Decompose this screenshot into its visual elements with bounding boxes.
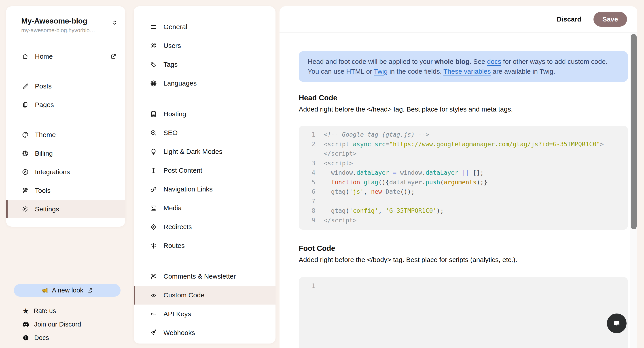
code-line: 3<script> [299, 158, 621, 168]
users-icon [150, 42, 157, 50]
text-token: whole blog [434, 58, 470, 65]
pages-icon [22, 101, 29, 108]
nav-item-label: Redirects [164, 223, 192, 231]
settings-nav-item-routes[interactable]: Routes [134, 236, 276, 255]
rate-us-link[interactable]: ★ Rate us [22, 304, 81, 317]
nav-item-label: API Keys [164, 310, 191, 318]
text-token [324, 179, 331, 186]
discard-button[interactable]: Discard [557, 16, 582, 23]
text-token: function [331, 179, 360, 186]
text-token: push [426, 179, 440, 186]
text-token: . [422, 169, 426, 176]
settings-nav-item-seo[interactable]: SEO [134, 123, 276, 142]
head-code-title: Head Code [299, 94, 609, 102]
external-link-icon [110, 53, 117, 60]
text-token: arguments [444, 179, 476, 186]
sidebar-item-label: Integrations [35, 168, 70, 176]
text-token: window [331, 169, 353, 176]
sidebar-item-label: Tools [35, 187, 50, 194]
sidebar-item-posts[interactable]: Posts [6, 77, 125, 95]
code-text: gtag('js', new Date()); [324, 187, 414, 197]
foot-code-editor[interactable]: 1 [299, 277, 628, 348]
settings-nav-item-tags[interactable]: Tags [134, 55, 276, 74]
discord-link[interactable]: Join our Discord [22, 317, 81, 331]
text-token: = [386, 141, 389, 147]
save-button[interactable]: Save [594, 12, 627, 27]
text-token [349, 141, 353, 147]
text-token [389, 169, 393, 176]
line-number: 3 [299, 158, 315, 168]
text-token: gtag [331, 188, 346, 195]
nav-item-label: Tags [164, 61, 178, 68]
text-token [324, 169, 331, 176]
sidebar-item-settings[interactable]: Settings [6, 200, 125, 218]
code-line: 1 [299, 281, 621, 291]
blog-domain: my-awesome-blog.hyvorblo… [21, 27, 95, 34]
settings-nav-item-navigation-links[interactable]: Navigation Links [134, 180, 276, 199]
sidebar-item-label: Theme [35, 131, 56, 139]
sidebar-item-pages[interactable]: Pages [6, 95, 125, 114]
settings-nav-item-post-content[interactable]: Post Content [134, 161, 276, 180]
code-line: 7 [299, 197, 621, 206]
code-text: <script async src="https://www.googletag… [324, 139, 604, 158]
text-token: (){ [378, 179, 389, 186]
settings-nav-item-hosting[interactable]: Hosting [134, 105, 276, 123]
link-icon [150, 186, 157, 193]
code-line: 2<script async src="https://www.googleta… [299, 139, 621, 158]
settings-nav-item-redirects[interactable]: Redirects [134, 218, 276, 236]
text-token: ( [346, 188, 349, 195]
scrollbar-track[interactable] [630, 33, 637, 348]
external-link-icon [87, 287, 93, 294]
settings-nav-item-comments-newsletter[interactable]: Comments & Newsletter [134, 267, 276, 286]
settings-nav-item-custom-code[interactable]: Custom Code [134, 286, 276, 304]
docs-link[interactable]: Docs [22, 331, 81, 344]
footer-link-label: Join our Discord [34, 321, 81, 328]
notice-link[interactable]: These variables [444, 68, 491, 75]
nav-item-label: Light & Dark Modes [164, 148, 222, 155]
text-token [371, 141, 374, 147]
foot-code-title: Foot Code [299, 244, 609, 253]
settings-nav-item-light-dark-modes[interactable]: Light & Dark Modes [134, 142, 276, 161]
text-cursor-icon [150, 167, 157, 174]
code-text: function gtag(){dataLayer.push(arguments… [324, 178, 488, 187]
sidebar-item-theme[interactable]: Theme [6, 125, 125, 144]
database-icon [150, 110, 157, 118]
sidebar-item-billing[interactable]: $ Billing [6, 144, 125, 162]
text-token [382, 188, 386, 195]
settings-nav-item-languages[interactable]: Languages [134, 74, 276, 93]
new-look-banner[interactable]: A new look [14, 284, 120, 297]
text-token: new [371, 188, 382, 195]
blog-switcher[interactable]: My-Awesome-blog my-awesome-blog.hyvorblo… [6, 6, 125, 34]
settings-nav-item-general[interactable]: General [134, 18, 276, 36]
globe-icon [150, 80, 157, 87]
info-banner: Head and foot code will be applied to yo… [299, 51, 628, 82]
signpost-icon [150, 242, 157, 249]
settings-nav-item-media[interactable]: Media [134, 199, 276, 218]
text-token: , [364, 188, 371, 195]
scrollbar-thumb[interactable] [631, 34, 636, 229]
line-number: 8 [299, 206, 315, 216]
notice-link[interactable]: docs [487, 58, 501, 65]
blog-name: My-Awesome-blog [21, 17, 95, 25]
text-token: ( [440, 179, 444, 186]
star-icon: ★ [22, 307, 29, 315]
text-token: = [393, 169, 396, 176]
blog-selector-icon[interactable] [111, 19, 118, 27]
settings-nav-item-webhooks[interactable]: Webhooks [134, 323, 276, 342]
settings-nav-item-users[interactable]: Users [134, 36, 276, 55]
key-icon [150, 310, 157, 318]
nav-item-label: Post Content [164, 166, 202, 174]
code-line: 5 function gtag(){dataLayer.push(argumen… [299, 178, 621, 187]
head-code-editor[interactable]: 1<!-- Google tag (gtag.js) -->2<script a… [299, 126, 628, 230]
sidebar-item-integrations[interactable]: Integrations [6, 162, 125, 181]
settings-nav-item-api-keys[interactable]: API Keys [134, 304, 276, 323]
notice-link[interactable]: Twig [374, 68, 388, 75]
text-token: gtag [331, 207, 346, 214]
chat-widget-button[interactable] [607, 313, 626, 333]
chat-bubble-icon [150, 273, 157, 280]
sidebar-item-tools[interactable]: Tools [6, 181, 125, 200]
text-token: 'config' [349, 207, 378, 214]
sidebar-item-label: Billing [35, 150, 53, 157]
text-token: Date [386, 188, 400, 195]
sidebar-item-home[interactable]: Home [6, 47, 125, 66]
